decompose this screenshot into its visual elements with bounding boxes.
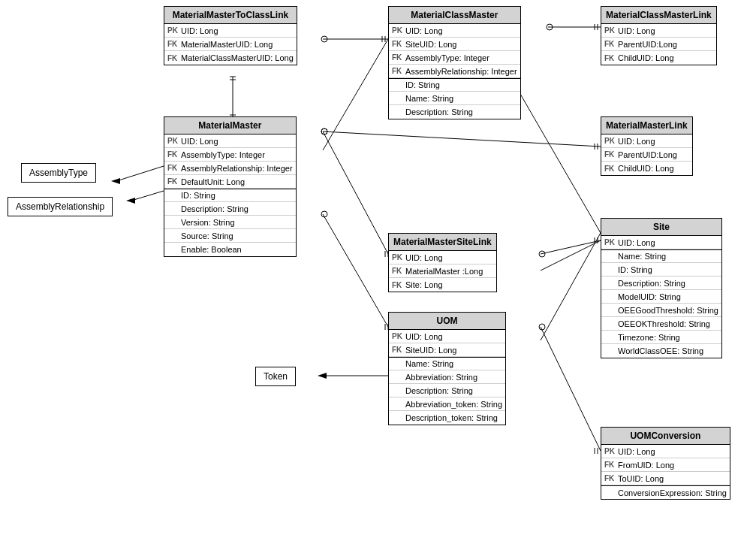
svg-point-3	[321, 36, 327, 42]
field-text: Version: String	[181, 218, 293, 227]
field-text: Timezone: String	[618, 333, 718, 342]
entity-row: Version: String	[164, 216, 296, 229]
entity-row: PKUID: Long	[164, 134, 296, 148]
svg-point-22	[321, 211, 327, 217]
entity-row: Name: String	[601, 249, 721, 263]
field-key: PK	[604, 447, 618, 455]
entity-row: PKUID: Long	[389, 330, 505, 343]
field-key: FK	[167, 54, 181, 62]
entity-materialMasterToClassLink: MaterialMasterToClassLinkPKUID: LongFKMa…	[164, 6, 297, 65]
field-key: PK	[392, 253, 405, 261]
field-text: SiteUID: Long	[405, 346, 502, 355]
field-key: FK	[604, 474, 618, 482]
field-text: ChildUID: Long	[618, 53, 713, 62]
field-text: UID: Long	[618, 137, 689, 146]
entity-row: Abbreviation: String	[389, 370, 505, 384]
entity-row: ID: String	[601, 263, 721, 277]
entity-row: PKUID: Long	[601, 134, 692, 148]
field-key: PK	[167, 26, 181, 35]
entity-row: FKSite: Long	[389, 278, 496, 292]
svg-line-42	[541, 233, 601, 340]
entity-uomConversion: UOMConversionPKUID: LongFKFromUID: LongF…	[601, 427, 730, 500]
field-text: Abbreviation_token: String	[405, 400, 502, 409]
entity-header-materialClassMaster: MaterialClassMaster	[389, 7, 520, 24]
field-text: AssemblyType: Integer	[405, 53, 517, 62]
field-key: PK	[392, 332, 405, 340]
entity-row: Name: String	[389, 357, 505, 370]
entity-row: ModelUID: String	[601, 290, 721, 304]
field-text: ParentUID:Long	[618, 40, 713, 49]
svg-point-18	[321, 128, 327, 134]
entity-site: SitePKUID: LongName: StringID: StringDes…	[601, 218, 722, 358]
entity-row: PKUID: Long	[601, 24, 716, 38]
field-text: Abbreviation: String	[405, 373, 502, 382]
svg-point-39	[321, 128, 327, 134]
field-key: FK	[392, 281, 405, 289]
field-text: OEEGoodThreshold: String	[618, 306, 718, 315]
field-text: Name: String	[405, 359, 502, 368]
entity-header-materialClassMasterLink: MaterialClassMasterLink	[601, 7, 716, 24]
svg-point-34	[539, 324, 545, 330]
field-text: DefaultUnit: Long	[181, 177, 293, 186]
field-text: Description: String	[405, 107, 517, 116]
svg-line-15	[131, 191, 164, 201]
entity-row: ID: String	[164, 189, 296, 202]
svg-line-21	[323, 214, 388, 327]
field-text: WorldClassOEE: String	[618, 346, 718, 355]
entity-row: Description: String	[164, 202, 296, 216]
field-text: Description: String	[405, 386, 502, 395]
field-text: MaterialClassMasterUID: Long	[181, 53, 294, 62]
entity-row: Source: String	[164, 229, 296, 243]
field-text: SiteUID: Long	[405, 40, 517, 49]
entity-row: PKUID: Long	[389, 251, 496, 264]
field-text: FromUID: Long	[618, 461, 727, 470]
entity-row: FKMaterialMaster :Long	[389, 264, 496, 278]
entity-row: FKToUID: Long	[601, 472, 730, 485]
entity-row: FKAssemblyRelationship: Integer	[389, 65, 520, 78]
entity-row: OEEGoodThreshold: String	[601, 304, 721, 317]
field-text: UID: Long	[181, 26, 294, 35]
entity-materialMasterSiteLink: MaterialMasterSiteLinkPKUID: LongFKMater…	[388, 233, 497, 292]
svg-point-7	[547, 24, 553, 30]
field-key: PK	[167, 137, 181, 145]
field-key: FK	[392, 346, 405, 354]
svg-line-30	[541, 240, 601, 271]
entity-row: FKSiteUID: Long	[389, 343, 505, 357]
entity-row: FKParentUID:Long	[601, 38, 716, 51]
entity-header-materialMasterSiteLink: MaterialMasterSiteLink	[389, 234, 496, 251]
entity-row: Description: String	[389, 105, 520, 119]
field-key: FK	[604, 165, 618, 173]
external-entity-assemblyType: AssemblyType	[21, 163, 96, 183]
entity-row: OEEOKThreshold: String	[601, 317, 721, 331]
svg-line-17	[323, 131, 388, 254]
field-key: FK	[604, 40, 618, 48]
field-text: ModelUID: String	[618, 292, 718, 301]
entity-row: PKUID: Long	[601, 445, 730, 458]
external-entity-token: Token	[255, 367, 296, 386]
field-text: Description_token: String	[405, 413, 502, 422]
entity-row: FKSiteUID: Long	[389, 38, 520, 51]
entity-row: FKDefaultUnit: Long	[164, 175, 296, 189]
entity-row: FKAssemblyRelationship: Integer	[164, 162, 296, 175]
entity-row: Name: String	[389, 92, 520, 105]
entity-row: PKUID: Long	[601, 236, 721, 249]
entity-row: Enable: Boolean	[164, 243, 296, 256]
field-text: ConversionExpression: String	[618, 488, 727, 497]
field-text: AssemblyRelationship: Integer	[181, 164, 293, 173]
field-text: UID: Long	[618, 447, 727, 456]
svg-marker-14	[111, 178, 120, 184]
field-text: ID: String	[405, 80, 517, 89]
field-text: ChildUID: Long	[618, 164, 689, 173]
entity-row: PKUID: Long	[164, 24, 297, 38]
field-text: AssemblyRelationship: Integer	[405, 67, 517, 76]
entity-row: Description: String	[389, 384, 505, 397]
field-text: Source: String	[181, 231, 293, 240]
entity-materialMasterLink: MaterialMasterLinkPKUID: LongFKParentUID…	[601, 116, 693, 176]
entity-row: FKAssemblyType: Integer	[389, 51, 520, 65]
entity-row: PKUID: Long	[389, 24, 520, 38]
field-key: FK	[392, 67, 405, 75]
entity-row: Description_token: String	[389, 411, 505, 425]
field-key: FK	[392, 267, 405, 275]
svg-line-25	[323, 39, 388, 150]
entity-row: FKChildUID: Long	[601, 51, 716, 65]
